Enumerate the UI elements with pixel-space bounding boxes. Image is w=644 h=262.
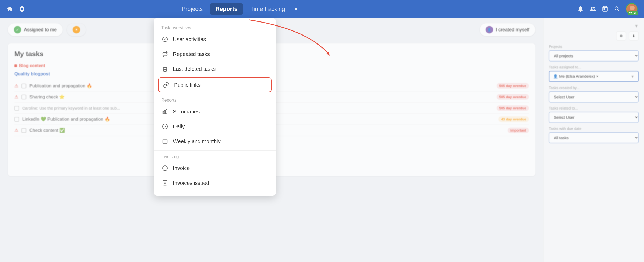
divider-1 bbox=[154, 94, 276, 94]
dollar-icon bbox=[161, 164, 169, 172]
invoice-label: Invoice bbox=[173, 165, 190, 171]
link-icon bbox=[162, 81, 170, 89]
task-overviews-section-label: Task overviews bbox=[154, 23, 276, 32]
created-myself-chip[interactable]: 👤 I created myself bbox=[480, 23, 535, 36]
repeat-icon bbox=[161, 50, 169, 58]
repeated-tasks-label: Repeated tasks bbox=[173, 51, 210, 57]
menu-item-summaries[interactable]: Summaries bbox=[154, 104, 276, 119]
daily-label: Daily bbox=[173, 124, 185, 130]
assigned-select[interactable]: 👤 Me (Elsa Arandelex) × ▼ bbox=[549, 71, 639, 82]
svg-rect-5 bbox=[164, 110, 166, 114]
settings-button[interactable] bbox=[19, 6, 25, 12]
svg-rect-4 bbox=[163, 112, 164, 114]
home-button[interactable] bbox=[6, 6, 13, 12]
svg-point-0 bbox=[630, 6, 635, 10]
menu-item-last-deleted[interactable]: Last deleted tasks bbox=[154, 62, 276, 76]
user-activities-label: User activities bbox=[173, 36, 206, 42]
assigned-to-me-chip[interactable]: ✓ Assigned to me bbox=[8, 23, 63, 36]
weekly-monthly-label: Weekly and monthly bbox=[173, 138, 221, 145]
receipt-icon bbox=[161, 179, 169, 187]
reports-section-label: Reports bbox=[154, 96, 276, 104]
trial-badge: TRIAL bbox=[628, 11, 638, 15]
menu-item-public-links[interactable]: Public links bbox=[158, 77, 272, 92]
nav-tab-time-tracking[interactable]: Time tracking bbox=[245, 3, 290, 15]
public-links-label: Public links bbox=[174, 82, 201, 88]
background-content: ✓ Assigned to me ☀ 👤 I created myself My… bbox=[0, 18, 644, 262]
menu-item-invoices-issued[interactable]: Invoices issued bbox=[154, 176, 276, 190]
play-button[interactable] bbox=[293, 6, 299, 12]
activity-icon bbox=[161, 36, 169, 43]
calendar-icon bbox=[161, 138, 169, 145]
related-select[interactable]: Select User bbox=[549, 112, 639, 123]
summaries-label: Summaries bbox=[173, 109, 200, 115]
projects-select[interactable]: All projects bbox=[549, 50, 639, 61]
top-navigation: + Projects Reports Time tracking TRIAL bbox=[0, 0, 644, 18]
nav-tab-projects[interactable]: Projects bbox=[176, 3, 208, 15]
other-chip[interactable]: ☀ bbox=[67, 23, 86, 36]
clock-icon bbox=[161, 123, 169, 130]
menu-item-weekly-monthly[interactable]: Weekly and monthly bbox=[154, 134, 276, 149]
due-select[interactable]: All tasks bbox=[549, 132, 639, 143]
svg-rect-8 bbox=[163, 139, 167, 144]
created-select[interactable]: Select User bbox=[549, 91, 639, 102]
dropdown-menu: Task overviews User activities Repeated … bbox=[154, 18, 276, 196]
nav-tab-reports[interactable]: Reports bbox=[210, 3, 243, 15]
bar-chart-icon bbox=[161, 108, 169, 115]
menu-item-daily[interactable]: Daily bbox=[154, 119, 276, 134]
invoices-issued-label: Invoices issued bbox=[173, 180, 209, 186]
last-deleted-label: Last deleted tasks bbox=[173, 66, 216, 72]
menu-item-user-activities[interactable]: User activities bbox=[154, 32, 276, 47]
avatar-button[interactable]: TRIAL bbox=[626, 3, 638, 15]
calendar-button[interactable] bbox=[602, 6, 608, 12]
svg-rect-6 bbox=[166, 110, 167, 114]
search-button[interactable] bbox=[614, 6, 621, 12]
divider-2 bbox=[154, 150, 276, 151]
menu-item-repeated-tasks[interactable]: Repeated tasks bbox=[154, 47, 276, 62]
menu-item-invoice[interactable]: Invoice bbox=[154, 161, 276, 176]
add-button[interactable]: + bbox=[31, 5, 35, 13]
invoicing-section-label: Invoicing bbox=[154, 152, 276, 161]
notification-button[interactable] bbox=[577, 6, 584, 12]
trash-icon bbox=[161, 65, 169, 73]
right-sidebar: ▼ ⚙ ⬇ Projects All projects Tasks assign… bbox=[543, 18, 644, 262]
users-button[interactable] bbox=[589, 6, 596, 12]
